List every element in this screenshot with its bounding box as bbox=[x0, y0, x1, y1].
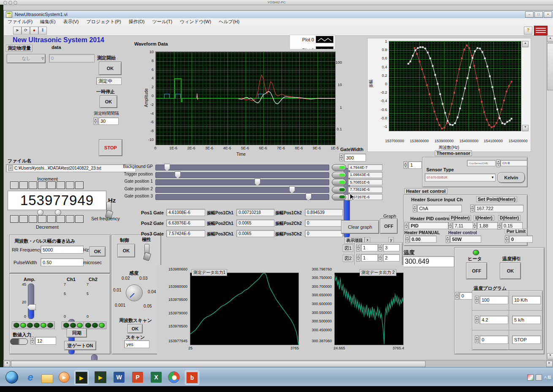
p-spinner[interactable]: ▲▼ bbox=[448, 222, 452, 229]
gate-enable-button[interactable] bbox=[332, 187, 346, 193]
thermo-scroll-down-icon[interactable]: ▼ bbox=[522, 125, 529, 131]
manual-spinner[interactable]: ▲▼ bbox=[405, 235, 409, 242]
gate-slider-track[interactable] bbox=[155, 179, 329, 185]
manual-value[interactable]: 0.00 bbox=[409, 235, 436, 243]
increment-digit-button[interactable] bbox=[47, 181, 56, 189]
numeric-value[interactable]: 12 bbox=[35, 337, 56, 345]
decrement-knob-1[interactable] bbox=[37, 209, 43, 216]
decrement-digit-button[interactable] bbox=[10, 215, 19, 223]
abort-icon[interactable]: ● bbox=[30, 27, 38, 35]
help-icon[interactable]: ? bbox=[524, 27, 532, 35]
setpoint-spinner[interactable]: ▲▼ bbox=[470, 205, 474, 211]
pid-mode-spinner[interactable]: ▲▼ bbox=[404, 222, 408, 229]
control-ok-button[interactable]: OK bbox=[117, 244, 135, 257]
control-value[interactable]: 50W bbox=[450, 235, 481, 243]
set-frequency-toggle[interactable] bbox=[106, 202, 111, 214]
pid-mode-value[interactable]: PID bbox=[409, 222, 448, 229]
legend-plot0-label[interactable]: Plot 0 bbox=[302, 37, 314, 42]
fig2-x-value[interactable]: 1 bbox=[361, 254, 378, 262]
decrement-knob-2[interactable] bbox=[55, 209, 61, 216]
gate-enable-button[interactable] bbox=[332, 164, 346, 171]
increment-digit-button[interactable] bbox=[75, 181, 84, 189]
scroll-right-icon[interactable]: ► bbox=[546, 361, 553, 367]
program-value[interactable]: 4.2 bbox=[480, 316, 508, 324]
program-rate[interactable]: 10 K/h bbox=[512, 296, 541, 304]
menu-item[interactable]: 表示(V) bbox=[60, 19, 83, 24]
sensor-field2-spinner[interactable]: ▲▼ bbox=[496, 160, 500, 165]
d-value[interactable]: 0.15 bbox=[501, 222, 523, 229]
decrement-digit-button[interactable] bbox=[29, 215, 37, 223]
menu-item[interactable]: プロジェクト(P) bbox=[82, 19, 125, 24]
gate-slider-track[interactable] bbox=[155, 172, 329, 178]
gate-slider-thumb[interactable] bbox=[175, 171, 181, 179]
fig2-x-spinner[interactable]: ▲▼ bbox=[356, 254, 360, 261]
sensor-type-dropdown[interactable]: 07-670-03951R ▼ bbox=[425, 173, 496, 181]
close-button[interactable]: × bbox=[544, 11, 552, 18]
gatewidth-value[interactable]: 300 bbox=[344, 154, 366, 162]
window-titlebar[interactable]: NewUltrasonicSystem1.vi – □ × bbox=[4, 11, 553, 19]
scan-ok-button[interactable]: OK bbox=[127, 324, 143, 333]
excel-icon[interactable]: X bbox=[149, 370, 163, 384]
program-value[interactable]: 100 bbox=[480, 296, 508, 304]
increment-digit-button[interactable] bbox=[57, 181, 65, 189]
vertical-scroll-thumb[interactable] bbox=[547, 43, 553, 90]
d-spinner[interactable]: ▲▼ bbox=[497, 222, 501, 229]
amp-slider[interactable] bbox=[28, 284, 34, 319]
limit-spinner[interactable]: ▲▼ bbox=[505, 235, 509, 242]
i-spinner[interactable]: ▲▼ bbox=[473, 222, 477, 229]
program-value-spinner[interactable]: ▲▼ bbox=[475, 296, 479, 303]
explorer-icon[interactable] bbox=[41, 370, 54, 384]
gate-slider-thumb[interactable] bbox=[289, 186, 295, 194]
horizontal-scrollbar[interactable]: ◄ ► bbox=[3, 360, 553, 368]
ie-icon[interactable]: e bbox=[24, 370, 37, 384]
gate-slider-track[interactable] bbox=[155, 165, 329, 170]
scan-value[interactable]: yes bbox=[124, 340, 149, 348]
gate-slider-track[interactable] bbox=[155, 187, 329, 193]
scroll-left-icon[interactable]: ◄ bbox=[4, 361, 10, 367]
numeric-input-rocker[interactable] bbox=[10, 338, 28, 345]
waveform-plot[interactable] bbox=[155, 51, 336, 145]
sensor-field2[interactable]: Ch B bbox=[500, 160, 527, 166]
program-index-value[interactable]: 0 bbox=[459, 292, 473, 300]
kelvin-button[interactable]: Kelvin bbox=[497, 172, 525, 183]
thermo-scroll-up-icon[interactable]: ▲ bbox=[522, 41, 529, 47]
fig2-y-spinner[interactable]: ▲▼ bbox=[378, 254, 382, 261]
stop-button[interactable]: STOP bbox=[99, 139, 122, 156]
media-player-icon[interactable]: ▶ bbox=[57, 370, 71, 384]
pulsewidth-input[interactable]: 0.50 bbox=[41, 258, 84, 266]
thermo-plot[interactable] bbox=[389, 41, 521, 131]
gate-slider-thumb[interactable] bbox=[306, 193, 312, 201]
decrement-digit-button[interactable] bbox=[57, 215, 65, 223]
scroll-down-icon[interactable]: ▼ bbox=[547, 353, 553, 360]
bing-icon[interactable]: b bbox=[185, 370, 199, 385]
control-spinner[interactable]: ▲▼ bbox=[446, 235, 450, 242]
menu-item[interactable]: 操作(O) bbox=[125, 19, 149, 24]
pause-icon[interactable]: ‖ bbox=[38, 27, 47, 35]
fig1-x-value[interactable]: 1 bbox=[361, 244, 378, 251]
tray-photo-icon[interactable] bbox=[527, 374, 534, 381]
ime-indicator[interactable]: A 般 bbox=[544, 375, 551, 380]
program-value-spinner[interactable]: ▲▼ bbox=[475, 335, 479, 342]
start-button[interactable] bbox=[5, 370, 19, 384]
browse-icon[interactable]: ⤶ bbox=[8, 165, 13, 171]
menu-item[interactable]: ウィンドウ(W) bbox=[176, 19, 215, 24]
program-value[interactable]: 0 bbox=[480, 335, 508, 344]
numeric-spinner[interactable]: ▲▼ bbox=[30, 337, 34, 343]
horizontal-scroll-thumb[interactable] bbox=[11, 361, 426, 367]
heater-source-value[interactable]: ChA bbox=[417, 205, 462, 212]
write-ok-button[interactable]: OK bbox=[89, 246, 106, 257]
menu-item[interactable]: ヘルプ(H) bbox=[215, 19, 243, 24]
interval-spinner[interactable]: ▲▼ bbox=[94, 117, 98, 124]
scroll-up-icon[interactable]: ▲ bbox=[547, 36, 553, 42]
menu-item[interactable]: 編集(E) bbox=[36, 19, 60, 24]
reverse-gate-button[interactable]: 逆ゲートON bbox=[64, 341, 96, 350]
sync-button[interactable]: 同期 bbox=[67, 328, 87, 338]
start-ok-button[interactable]: OK bbox=[99, 62, 122, 75]
decrement-digit-button[interactable] bbox=[19, 215, 28, 223]
run-icon[interactable]: ➤ bbox=[13, 27, 22, 35]
program-value-spinner[interactable]: ▲▼ bbox=[475, 316, 479, 322]
gatewidth-spinner[interactable]: ▲▼ bbox=[339, 154, 343, 160]
increment-digit-button[interactable] bbox=[66, 181, 74, 189]
maximize-button[interactable]: □ bbox=[534, 11, 543, 18]
fig1-x-spinner[interactable]: ▲▼ bbox=[356, 244, 360, 251]
